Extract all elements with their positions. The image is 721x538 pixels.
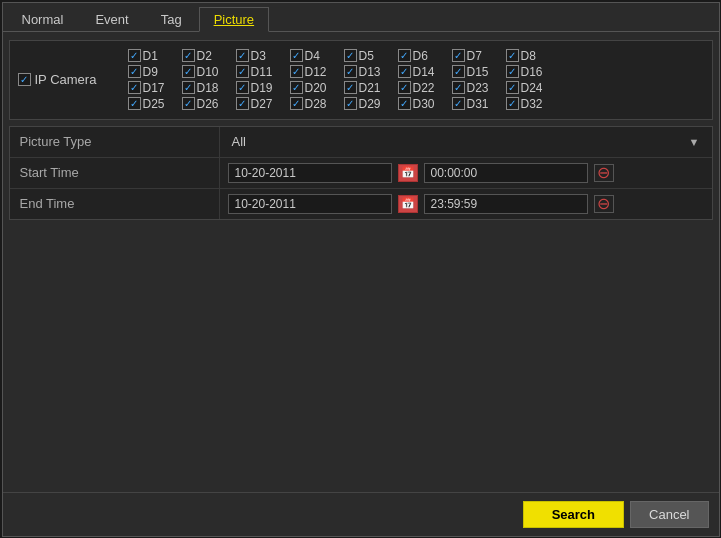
cb-d22[interactable] (398, 81, 411, 94)
ch-d32[interactable]: D32 (506, 97, 558, 111)
ch-d8[interactable]: D8 (506, 49, 558, 63)
cb-d5[interactable] (344, 49, 357, 62)
ch-d11[interactable]: D11 (236, 65, 288, 79)
tab-bar: Normal Event Tag Picture (3, 3, 719, 32)
picture-type-value: All ▼ (220, 134, 712, 149)
ch-d28[interactable]: D28 (290, 97, 342, 111)
cb-d10[interactable] (182, 65, 195, 78)
search-button[interactable]: Search (523, 501, 624, 528)
tab-picture[interactable]: Picture (199, 7, 269, 32)
ch-d6[interactable]: D6 (398, 49, 450, 63)
start-time-minus-icon[interactable]: ⊖ (594, 164, 614, 182)
start-date-input[interactable] (228, 163, 392, 183)
cb-d15[interactable] (452, 65, 465, 78)
ch-d20[interactable]: D20 (290, 81, 342, 95)
ch-d19[interactable]: D19 (236, 81, 288, 95)
ch-d4[interactable]: D4 (290, 49, 342, 63)
tab-tag[interactable]: Tag (146, 7, 197, 31)
ch-d15[interactable]: D15 (452, 65, 504, 79)
ip-camera-label: IP Camera (18, 72, 128, 87)
ch-d17[interactable]: D17 (128, 81, 180, 95)
cb-d9[interactable] (128, 65, 141, 78)
end-time-input[interactable] (424, 194, 588, 214)
picture-type-selected: All (232, 134, 246, 149)
cb-d25[interactable] (128, 97, 141, 110)
cb-d23[interactable] (452, 81, 465, 94)
ch-d16[interactable]: D16 (506, 65, 558, 79)
ch-d21[interactable]: D21 (344, 81, 396, 95)
cb-d12[interactable] (290, 65, 303, 78)
cb-d31[interactable] (452, 97, 465, 110)
picture-type-dropdown[interactable]: All ▼ (228, 134, 704, 149)
ch-d31[interactable]: D31 (452, 97, 504, 111)
ch-d3[interactable]: D3 (236, 49, 288, 63)
end-date-input[interactable] (228, 194, 392, 214)
cb-d13[interactable] (344, 65, 357, 78)
channel-row-1: D1 D2 D3 D4 D5 D6 D7 D8 (128, 49, 704, 63)
footer: Search Cancel (3, 492, 719, 536)
ch-d27[interactable]: D27 (236, 97, 288, 111)
dropdown-arrow-icon: ▼ (689, 136, 700, 148)
start-time-input[interactable] (424, 163, 588, 183)
cb-d8[interactable] (506, 49, 519, 62)
cb-d19[interactable] (236, 81, 249, 94)
cb-d4[interactable] (290, 49, 303, 62)
cb-d26[interactable] (182, 97, 195, 110)
ch-d7[interactable]: D7 (452, 49, 504, 63)
ch-d13[interactable]: D13 (344, 65, 396, 79)
ch-d22[interactable]: D22 (398, 81, 450, 95)
start-time-row: Start Time 📅 ⊖ (10, 158, 712, 189)
cb-d11[interactable] (236, 65, 249, 78)
dialog: Normal Event Tag Picture IP Camera D1 D2… (2, 2, 720, 537)
cb-d7[interactable] (452, 49, 465, 62)
cb-d17[interactable] (128, 81, 141, 94)
cb-d2[interactable] (182, 49, 195, 62)
cb-d30[interactable] (398, 97, 411, 110)
picture-type-label: Picture Type (10, 127, 220, 157)
ip-camera-text: IP Camera (35, 72, 97, 87)
ch-d29[interactable]: D29 (344, 97, 396, 111)
camera-row: IP Camera D1 D2 D3 D4 D5 D6 D7 D8 (18, 47, 704, 113)
ch-d12[interactable]: D12 (290, 65, 342, 79)
cb-d16[interactable] (506, 65, 519, 78)
cb-d14[interactable] (398, 65, 411, 78)
ch-d26[interactable]: D26 (182, 97, 234, 111)
channels-grid: D1 D2 D3 D4 D5 D6 D7 D8 D9 D10 D11 (128, 49, 704, 111)
ch-d1[interactable]: D1 (128, 49, 180, 63)
end-time-label: End Time (10, 189, 220, 219)
cb-d21[interactable] (344, 81, 357, 94)
cb-d20[interactable] (290, 81, 303, 94)
cb-d6[interactable] (398, 49, 411, 62)
ch-d24[interactable]: D24 (506, 81, 558, 95)
ip-camera-checkbox[interactable] (18, 73, 31, 86)
ch-d9[interactable]: D9 (128, 65, 180, 79)
cb-d32[interactable] (506, 97, 519, 110)
ch-d5[interactable]: D5 (344, 49, 396, 63)
channel-row-2: D9 D10 D11 D12 D13 D14 D15 D16 (128, 65, 704, 79)
tab-normal[interactable]: Normal (7, 7, 79, 31)
ch-d18[interactable]: D18 (182, 81, 234, 95)
ch-d14[interactable]: D14 (398, 65, 450, 79)
ch-d2[interactable]: D2 (182, 49, 234, 63)
start-time-value: 📅 ⊖ (220, 163, 712, 183)
ch-d25[interactable]: D25 (128, 97, 180, 111)
end-calendar-icon[interactable]: 📅 (398, 195, 418, 213)
camera-section: IP Camera D1 D2 D3 D4 D5 D6 D7 D8 (9, 40, 713, 120)
cancel-button[interactable]: Cancel (630, 501, 708, 528)
cb-d24[interactable] (506, 81, 519, 94)
start-calendar-icon[interactable]: 📅 (398, 164, 418, 182)
cb-d1[interactable] (128, 49, 141, 62)
cb-d28[interactable] (290, 97, 303, 110)
cb-d27[interactable] (236, 97, 249, 110)
cb-d18[interactable] (182, 81, 195, 94)
channel-row-4: D25 D26 D27 D28 D29 D30 D31 D32 (128, 97, 704, 111)
cb-d29[interactable] (344, 97, 357, 110)
ch-d30[interactable]: D30 (398, 97, 450, 111)
tab-event[interactable]: Event (80, 7, 143, 31)
ch-d10[interactable]: D10 (182, 65, 234, 79)
ch-d23[interactable]: D23 (452, 81, 504, 95)
end-time-minus-icon[interactable]: ⊖ (594, 195, 614, 213)
content-area: IP Camera D1 D2 D3 D4 D5 D6 D7 D8 (3, 32, 719, 492)
end-time-row: End Time 📅 ⊖ (10, 189, 712, 219)
cb-d3[interactable] (236, 49, 249, 62)
